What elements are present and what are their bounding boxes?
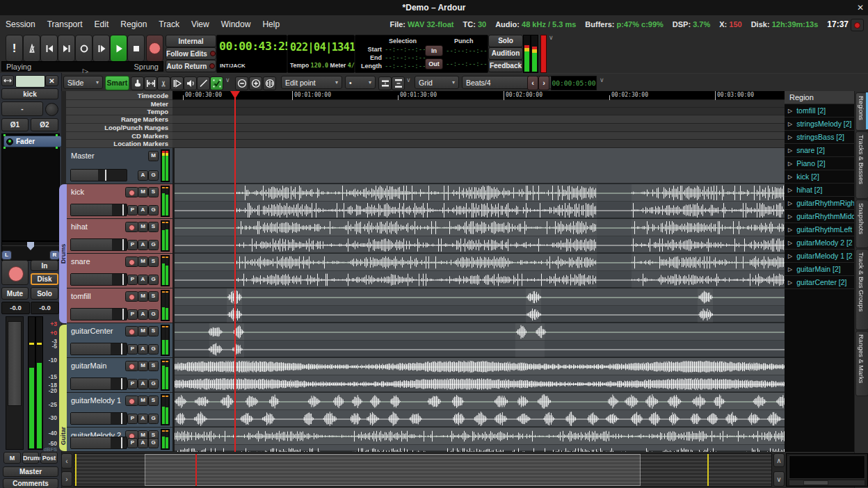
track-solo-button[interactable]: S	[148, 291, 159, 302]
strip-name-field[interactable]	[15, 75, 45, 88]
ruler-label-meter[interactable]: Meter	[66, 100, 172, 108]
ruler-label-tempo[interactable]: Tempo	[66, 108, 172, 115]
track-mute-button[interactable]: M	[138, 222, 148, 232]
expand-triangle-icon[interactable]: ▷	[788, 161, 792, 167]
strip-tab-m[interactable]: M	[3, 452, 21, 464]
summary-overview[interactable]	[74, 453, 772, 487]
track-mute-button[interactable]: M	[138, 187, 148, 197]
track-fader[interactable]	[70, 377, 127, 390]
scrollbar-thumb[interactable]	[803, 480, 828, 485]
mouse-mode-cut-button[interactable]: ✂	[157, 76, 170, 90]
zoom-in-button[interactable]	[249, 76, 262, 90]
tab-tracks-busses[interactable]: Tracks & Busses	[855, 131, 868, 199]
goto-start-button[interactable]	[40, 35, 58, 62]
close-icon[interactable]: ✕	[857, 0, 864, 15]
expand-triangle-icon[interactable]: ▷	[788, 279, 792, 286]
summary-scroll-left-button[interactable]: ‹	[61, 453, 72, 469]
strip-width-button[interactable]	[1, 75, 14, 86]
track-mute-button[interactable]: M	[138, 326, 148, 336]
nudge-forward-button[interactable]: ›	[538, 76, 549, 90]
expand-triangle-icon[interactable]: ▷	[788, 227, 792, 233]
track-fader[interactable]	[70, 343, 127, 355]
track-record-button[interactable]	[125, 396, 138, 406]
track-solo-button[interactable]: S	[148, 187, 159, 197]
track-group-button[interactable]: G	[148, 379, 159, 389]
record-button[interactable]	[146, 35, 163, 62]
ruler-timecode[interactable]: 00:00:30:0000:01:00:0000:01:30:0000:02:0…	[172, 91, 785, 100]
track-automation-button[interactable]: A	[138, 240, 148, 250]
region-list-item[interactable]: ▷tomfill [2]	[785, 104, 854, 117]
gain-fader[interactable]	[6, 316, 24, 450]
summary-scroll-right-button[interactable]: ›	[61, 471, 72, 487]
summary-scroll-down-button[interactable]: ∨	[773, 471, 785, 487]
nudge-clock[interactable]: 00:00:05:00	[551, 76, 597, 90]
input-button[interactable]: In	[31, 260, 58, 271]
track-automation-button[interactable]: A	[138, 344, 148, 355]
group-tab-drums[interactable]: Drums	[59, 184, 67, 323]
expand-triangle-icon[interactable]: ▷	[788, 174, 792, 180]
punch-in-button[interactable]: In	[425, 45, 443, 56]
track-group-button[interactable]: G	[148, 205, 159, 215]
mute-button[interactable]: Mute	[1, 287, 29, 300]
strip-close-button[interactable]: ✕	[45, 75, 58, 86]
tab-snapshots[interactable]: Snapshots	[855, 200, 868, 248]
goto-end-button[interactable]	[58, 35, 75, 62]
track-solo-button[interactable]: S	[148, 361, 159, 371]
menu-session[interactable]: Session	[6, 19, 35, 29]
track-solo-button[interactable]: S	[148, 396, 159, 406]
track-playlist-button[interactable]: P	[127, 240, 138, 250]
master-button[interactable]: Master	[3, 466, 58, 477]
track-header-snare[interactable]: snareSMGAP	[66, 254, 172, 288]
expand-triangle-icon[interactable]: ▷	[788, 253, 792, 259]
mouse-mode-chevron-icon[interactable]: ∨	[225, 76, 230, 83]
track-group-button[interactable]: G	[148, 344, 159, 355]
processor-fader-entry[interactable]: Fader	[3, 136, 62, 147]
horizontal-scrollbar[interactable]	[789, 480, 865, 486]
track-mute-button[interactable]: M	[148, 151, 159, 161]
processor-box[interactable]: Fader	[1, 133, 60, 241]
menu-transport[interactable]: Transport	[47, 19, 83, 29]
solo-button[interactable]: Solo	[31, 287, 58, 300]
stop-button[interactable]	[127, 35, 145, 62]
summary-view-rectangle[interactable]	[145, 454, 641, 486]
ruler-cd-markers[interactable]	[172, 132, 785, 140]
region-list-item[interactable]: ▷snare [2]	[785, 144, 854, 157]
nudge-chevron-icon[interactable]: ∨	[600, 76, 604, 83]
menu-region[interactable]: Region	[120, 19, 147, 29]
audition-button[interactable]: Audition	[488, 47, 523, 60]
track-automation-button[interactable]: A	[138, 170, 148, 181]
menu-help[interactable]: Help	[262, 19, 280, 29]
region-list-item[interactable]: ▷guitarCenter [2]	[785, 276, 854, 289]
mouse-mode-edit-button[interactable]	[210, 76, 223, 90]
track-header-guitarcenter[interactable]: guitarCenterSMGAP	[66, 323, 172, 358]
track-playlist-button[interactable]: P	[127, 379, 138, 389]
primary-clock[interactable]: 00:00:43:25 INT/JACK	[216, 35, 287, 73]
track-record-button[interactable]	[125, 222, 138, 232]
trim-knob[interactable]	[45, 103, 58, 116]
tab-track-bus-groups[interactable]: Track & Bus Groups	[855, 249, 868, 330]
region-list-item[interactable]: ▷guitarMelody 1 [2	[785, 250, 854, 263]
track-fader[interactable]	[70, 238, 127, 251]
expand-triangle-icon[interactable]: ▷	[788, 240, 792, 246]
mouse-mode-audition-button[interactable]	[184, 76, 197, 90]
midi-panic-button[interactable]: !	[6, 35, 23, 62]
region-list-item[interactable]: ▷guitarRhythmMidd	[785, 210, 854, 223]
expand-triangle-icon[interactable]: ▷	[788, 134, 792, 140]
edit-mode-dropdown[interactable]: Slide▾	[63, 76, 103, 89]
phase-2-button[interactable]: Ø2	[31, 118, 58, 131]
play-range-button[interactable]	[93, 35, 110, 62]
solo-button[interactable]: Solo	[488, 35, 523, 47]
metronome-button[interactable]	[23, 35, 40, 62]
track-group-button[interactable]: G	[148, 170, 159, 181]
track-fader[interactable]	[70, 273, 127, 286]
track-automation-button[interactable]: A	[138, 275, 148, 285]
track-playlist-button[interactable]: P	[127, 438, 138, 448]
track-fader[interactable]	[70, 169, 127, 181]
track-automation-button[interactable]: A	[138, 205, 148, 215]
loop-button[interactable]	[75, 35, 93, 62]
track-mute-button[interactable]: M	[138, 291, 148, 302]
disk-button[interactable]: Disk	[31, 273, 58, 285]
track-group-button[interactable]: G	[148, 414, 159, 424]
region-list-item[interactable]: ▷stringsBass [2]	[785, 131, 854, 144]
smart-mode-button[interactable]: Smart	[105, 76, 129, 90]
